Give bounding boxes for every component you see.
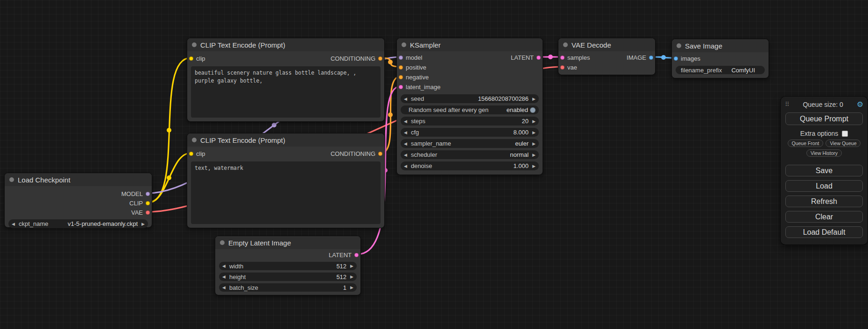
increment-arrow-icon[interactable]: ▶ [532,97,536,101]
refresh-button[interactable]: Refresh [785,196,863,207]
queue-size-label: Queue size: 0 [790,101,857,108]
node-titlebar[interactable]: Load Checkpoint [5,173,152,186]
ckpt-name-widget[interactable]: ◀ ckpt_name v1-5-pruned-emaonly.ckpt ▶ [8,219,148,228]
link-midpoint-dot[interactable] [548,55,553,59]
toggle-indicator[interactable] [530,107,536,113]
queue-front-button[interactable]: Queue Front [788,140,824,147]
images-input-port[interactable] [674,56,678,61]
increment-arrow-icon[interactable]: ▶ [350,285,353,290]
increment-arrow-icon[interactable]: ▶ [532,119,536,124]
link-midpoint-dot[interactable] [388,112,393,117]
decrement-arrow-icon[interactable]: ◀ [404,97,407,101]
seed-widget[interactable]: ◀ seed 156680208700286 ▶ [401,94,539,103]
conditioning-output-port[interactable] [378,152,382,156]
link-midpoint-dot[interactable] [661,55,666,60]
random-seed-toggle-widget[interactable]: Random seed after every gen enabled [401,105,539,114]
node-empty-latent-image[interactable]: Empty Latent Image LATENT ◀ width 512 ▶ … [215,236,361,295]
node-load-checkpoint[interactable]: Load Checkpoint MODEL CLIP VAE ◀ ckpt_na… [4,173,152,228]
collapse-dot[interactable] [192,42,197,47]
decrement-arrow-icon[interactable]: ◀ [404,164,407,168]
model-input-port[interactable] [399,56,403,60]
link-midpoint-dot[interactable] [388,60,393,64]
node-titlebar[interactable]: Empty Latent Image [215,236,360,249]
link-midpoint-dot[interactable] [167,175,171,180]
node-clip-text-encode-negative[interactable]: CLIP Text Encode (Prompt) clip CONDITION… [187,133,385,228]
clip-input-port[interactable] [189,56,193,61]
vae-input-port[interactable] [560,65,565,70]
decrement-arrow-icon[interactable]: ◀ [404,130,407,135]
decrement-arrow-icon[interactable]: ◀ [222,285,226,290]
widget-value: ComfyUI [731,67,755,74]
positive-prompt-textarea[interactable]: beautiful scenery nature glass bottle la… [191,66,381,118]
node-title: KSampler [410,41,441,49]
decrement-arrow-icon[interactable]: ◀ [404,119,407,124]
image-output-port[interactable] [649,56,653,60]
save-button[interactable]: Save [785,165,863,176]
collapse-dot[interactable] [563,42,568,47]
decrement-arrow-icon[interactable]: ◀ [222,264,226,268]
negative-input-label: negative [406,74,429,81]
conditioning-output-port[interactable] [378,56,382,61]
load-default-button[interactable]: Load Default [785,226,863,238]
decrement-arrow-icon[interactable]: ◀ [222,274,226,279]
clear-button[interactable]: Clear [785,211,863,223]
prev-value-arrow-icon[interactable]: ◀ [404,141,407,146]
extra-options-checkbox[interactable] [842,131,848,137]
view-queue-button[interactable]: View Queue [826,140,861,147]
batch-size-widget[interactable]: ◀ batch_size 1 ▶ [219,283,357,292]
increment-arrow-icon[interactable]: ▶ [532,130,536,135]
drag-handle-icon[interactable]: ⠿ [785,101,790,108]
steps-widget[interactable]: ◀ steps 20 ▶ [401,117,539,126]
clip-output-port[interactable] [146,201,150,205]
positive-input-port[interactable] [399,65,403,70]
width-widget[interactable]: ◀ width 512 ▶ [219,262,357,270]
latent-image-input-port[interactable] [399,85,403,89]
increment-arrow-icon[interactable]: ▶ [350,274,353,279]
node-titlebar[interactable]: VAE Decode [558,38,655,51]
collapse-dot[interactable] [220,240,225,245]
extra-options-label: Extra options [800,130,839,137]
cfg-widget[interactable]: ◀ cfg 8.000 ▶ [401,128,539,137]
node-title: CLIP Text Encode (Prompt) [200,136,285,144]
node-titlebar[interactable]: CLIP Text Encode (Prompt) [187,133,384,147]
latent-output-port[interactable] [536,56,541,60]
node-clip-text-encode-positive[interactable]: CLIP Text Encode (Prompt) clip CONDITION… [187,38,385,122]
prev-value-arrow-icon[interactable]: ◀ [12,222,15,226]
latent-output-port[interactable] [354,253,359,257]
scheduler-widget[interactable]: ◀ scheduler normal ▶ [401,150,539,159]
clip-input-port[interactable] [189,152,193,156]
load-button[interactable]: Load [785,180,863,192]
node-titlebar[interactable]: KSampler [397,38,543,51]
negative-prompt-textarea[interactable]: text, watermark [191,161,381,224]
next-value-arrow-icon[interactable]: ▶ [532,153,536,157]
link-midpoint-dot[interactable] [167,128,171,133]
link-midpoint-dot[interactable] [272,123,276,127]
collapse-dot[interactable] [402,42,406,47]
settings-gear-icon[interactable]: ⚙ [857,100,863,109]
collapse-dot[interactable] [192,138,197,142]
increment-arrow-icon[interactable]: ▶ [532,164,536,168]
node-titlebar[interactable]: Save Image [672,39,769,52]
model-output-port[interactable] [146,192,150,196]
node-vae-decode[interactable]: VAE Decode samples vae IMAGE [558,38,656,75]
denoise-widget[interactable]: ◀ denoise 1.000 ▶ [401,161,539,170]
filename-prefix-widget[interactable]: filename_prefix ComfyUI [676,66,765,74]
latent-image-input: latent_image [397,82,440,92]
collapse-dot[interactable] [677,43,681,48]
queue-prompt-button[interactable]: Queue Prompt [785,112,863,125]
increment-arrow-icon[interactable]: ▶ [350,264,353,268]
next-value-arrow-icon[interactable]: ▶ [532,141,536,146]
node-ksampler[interactable]: KSampler model positive negative latent_… [396,38,543,175]
collapse-dot[interactable] [9,177,14,182]
samples-input-port[interactable] [560,56,565,60]
prev-value-arrow-icon[interactable]: ◀ [404,153,407,157]
widget-value: normal [510,151,529,158]
next-value-arrow-icon[interactable]: ▶ [141,222,145,226]
vae-output-port[interactable] [146,210,150,215]
node-save-image[interactable]: Save Image images filename_prefix ComfyU… [671,39,769,78]
negative-input-port[interactable] [399,75,403,79]
height-widget[interactable]: ◀ height 512 ▶ [219,273,357,281]
node-titlebar[interactable]: CLIP Text Encode (Prompt) [187,38,384,51]
view-history-button[interactable]: View History [806,149,842,157]
sampler-name-widget[interactable]: ◀ sampler_name euler ▶ [401,139,539,148]
